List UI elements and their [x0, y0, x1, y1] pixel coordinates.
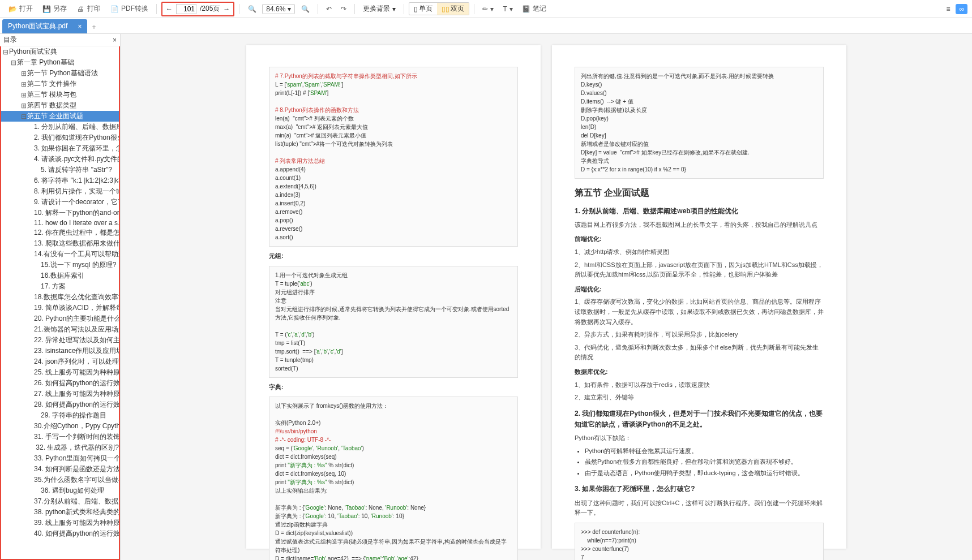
- outline-item[interactable]: 4. 请谈谈.pyc文件和.py文件的…: [1, 154, 119, 165]
- outline-item[interactable]: 13. 爬取这些数据都用来做什么…: [1, 238, 119, 249]
- code-block: >>> def counterfunc(n): while(n==7):prin…: [575, 523, 824, 560]
- outline-item[interactable]: 32. 生成器，迭代器的区别?: [1, 442, 119, 453]
- text-icon: T: [503, 5, 507, 13]
- outline-item[interactable]: 2. 我们都知道现在Python很火…: [1, 132, 119, 143]
- document-viewport[interactable]: # 7.Python的列表的截取与字符串操作类型相同,如下所示L = ['spa…: [121, 34, 972, 560]
- next-page-button[interactable]: →: [223, 5, 230, 13]
- outline-item[interactable]: 10. 解释一下python的and-or…: [1, 208, 119, 218]
- outline-item[interactable]: 17. 方案: [1, 281, 119, 292]
- outline-item[interactable]: 21.装饰器的写法以及应用场景…: [1, 324, 119, 335]
- outline-item[interactable]: ⊞第四节 数据类型: [1, 100, 119, 111]
- pdf-page-right: 列出所有的键,值.注意得到的是一个可迭代对象,而不是列表.用的时候需要转换D.k…: [552, 45, 846, 549]
- zoom-dropdown[interactable]: 84.6%▾: [262, 4, 295, 14]
- outline-item[interactable]: ⊞第一节 Python基础语法: [1, 68, 119, 79]
- infinity-badge[interactable]: ∞: [956, 4, 967, 14]
- paragraph: 该题目网上有很多方法，我不想截图网上的长串文字，看的头疼，按我自己的理解说几点: [575, 220, 824, 230]
- document-tab[interactable]: Python面试宝典.pdf ×: [2, 19, 87, 33]
- rotate-left-button[interactable]: ↶: [323, 4, 335, 14]
- outline-item[interactable]: ⊟第一章 Python基础: [1, 57, 119, 68]
- zoom-out-button[interactable]: 🔍: [244, 3, 260, 15]
- outline-item[interactable]: 28. 如何提高python的运行效率…: [1, 399, 119, 410]
- outline-item[interactable]: 37.分别从前端、后端、数据库…: [1, 496, 119, 507]
- outline-item[interactable]: 18.数据库怎么优化查询效率?: [1, 292, 119, 303]
- outline-item[interactable]: 34. 如何判断是函数还是方法?…: [1, 464, 119, 475]
- paragraph: 出现了这种问题时，我们可以按Ctrl+C，这样可以打断执行程序。我们创建一个死循…: [575, 498, 824, 518]
- pdf-page-left: # 7.Python的列表的截取与字符串操作类型相同,如下所示L = ['spa…: [246, 45, 541, 549]
- outline-item[interactable]: 14.有没有一个工具可以帮助查…: [1, 249, 119, 260]
- outline-item[interactable]: 30.介绍Cython，Pypy Cpytho…: [1, 421, 119, 432]
- outline-item[interactable]: 8. 利用切片操作，实现一个trim…: [1, 186, 119, 197]
- highlight-button[interactable]: ✏▾: [479, 4, 497, 14]
- outline-item[interactable]: 11. how do I iterate over a s…: [1, 218, 119, 227]
- sidebar-close-button[interactable]: ×: [113, 36, 117, 44]
- pdf-convert-button[interactable]: 📄PDF转换: [106, 3, 152, 15]
- outline-item[interactable]: 12. 你在爬虫过程中，都是怎么…: [1, 227, 119, 238]
- outline-item[interactable]: 20. Python的主要功能是什么?…: [1, 313, 119, 324]
- outline-item[interactable]: 36. 遇到bug如何处理: [1, 485, 119, 496]
- paragraph: 2、建立索引、外键等: [575, 393, 824, 403]
- outline-item[interactable]: ⊟第五节 企业面试题: [1, 111, 119, 122]
- outline-item[interactable]: ⊟Python面试宝典: [1, 46, 119, 57]
- outline-item[interactable]: 9. 请设计一个decorator，它可…: [1, 197, 119, 208]
- outline-item[interactable]: 6. 将字符串 "k:1 |k1:2|k2:3|k3…: [1, 175, 119, 186]
- rotate-right-button[interactable]: ↷: [337, 4, 350, 14]
- outline-item[interactable]: 25. 线上服务可能因为种种原因…: [1, 367, 119, 378]
- add-tab-button[interactable]: +: [87, 21, 100, 33]
- folder-icon: 📂: [8, 5, 17, 14]
- outline-item[interactable]: ⊞第三节 模块与包: [1, 89, 119, 100]
- outline-item[interactable]: 38. python新式类和经典类的区…: [1, 507, 119, 518]
- separator: [404, 4, 404, 14]
- sub-label: 数据库优化:: [575, 367, 824, 377]
- saveas-button[interactable]: 💾另存: [38, 3, 70, 15]
- outline-item[interactable]: 31. 手写一个判断时间的装饰器…: [1, 432, 119, 442]
- outline-item[interactable]: 5. 请反转字符串 "aStr"?: [1, 165, 119, 175]
- menu-button[interactable]: ≡: [943, 4, 953, 14]
- outline-item[interactable]: 29. 字符串的操作题目: [1, 410, 119, 421]
- page-number-input[interactable]: [176, 4, 196, 14]
- separator: [474, 4, 474, 14]
- prev-page-button[interactable]: ←: [166, 5, 173, 13]
- sidebar-title: 目录: [3, 35, 17, 45]
- bullet-list: Python的可解释特征会拖累其运行速度。 虽然Python在很多方面都性能良好…: [585, 446, 824, 479]
- outline-item[interactable]: 24. json序列化时，可以处理的…: [1, 356, 119, 367]
- view-mode-group: ▯单页 ▯▯双页: [409, 2, 469, 15]
- zoom-out-icon: 🔍: [247, 5, 256, 14]
- list-item: 由于是动态语言，Python使用鸭子类型，即duck-typing，这会增加运行…: [585, 468, 824, 479]
- open-button[interactable]: 📂打开: [5, 3, 36, 15]
- tab-title: Python面试宝典.pdf: [8, 21, 67, 31]
- outline-item[interactable]: 15.说一下 mysql 的原理?: [1, 260, 119, 270]
- text-button[interactable]: T▾: [499, 4, 516, 14]
- outline-tree[interactable]: ⊟Python面试宝典⊟第一章 Python基础⊞第一节 Python基础语法⊞…: [0, 46, 120, 560]
- outline-item[interactable]: 39. 线上服务可能因为种种原因…: [1, 518, 119, 528]
- tab-close-button[interactable]: ×: [78, 23, 82, 31]
- section-heading: 第五节 企业面试题: [575, 186, 824, 200]
- outline-item[interactable]: 19. 简单谈谈ACID，并解释每…: [1, 303, 119, 313]
- code-block: 1.用一个可迭代对象生成元组T = tuple('abc')对元组进行排序注意当…: [269, 266, 518, 378]
- outline-item[interactable]: 26. 如何提高python的运行效率…: [1, 378, 119, 389]
- outline-item[interactable]: 27. 线上服务可能因为种种原因…: [1, 389, 119, 399]
- sub-label: 前端优化:: [575, 234, 824, 244]
- change-background-dropdown[interactable]: 更换背景 ▾: [359, 3, 399, 15]
- outline-item[interactable]: 22. 异常处理写法以及如何主动…: [1, 335, 119, 346]
- print-icon: 🖨: [76, 5, 85, 14]
- double-page-button[interactable]: ▯▯双页: [437, 3, 469, 15]
- single-page-button[interactable]: ▯单页: [409, 3, 437, 15]
- outline-item[interactable]: 1. 分别从前端、后端、数据库…: [1, 122, 119, 132]
- paragraph: 1、减少http请求、例如制作精灵图: [575, 247, 824, 257]
- print-button[interactable]: 🖨打印: [72, 3, 104, 15]
- outline-item[interactable]: 3. 如果你困在了死循环里，怎…: [1, 143, 119, 154]
- outline-item[interactable]: ⊞第二节 文件操作: [1, 79, 119, 89]
- paragraph: 1、如有条件，数据可以存放于redis，读取速度快: [575, 380, 824, 390]
- note-button[interactable]: 📓笔记: [519, 3, 550, 15]
- section-label: 元组:: [269, 251, 518, 261]
- outline-item[interactable]: 33. Python里面如何拷贝一个对…: [1, 453, 119, 464]
- tab-bar: Python面试宝典.pdf × +: [0, 18, 972, 34]
- marker-icon: ✏: [482, 5, 488, 13]
- outline-item[interactable]: 23. isinstance作用以及应用场…: [1, 346, 119, 356]
- outline-item[interactable]: 40. 如何提高python的运行效率…: [1, 528, 119, 539]
- outline-item[interactable]: 35.为什么函数名字可以当做参…: [1, 475, 119, 485]
- zoom-in-button[interactable]: 🔍: [297, 3, 313, 15]
- chevron-down-icon: ▾: [288, 5, 291, 13]
- outline-item[interactable]: 16.数据库索引: [1, 270, 119, 281]
- paragraph: Python有以下缺陷：: [575, 433, 824, 443]
